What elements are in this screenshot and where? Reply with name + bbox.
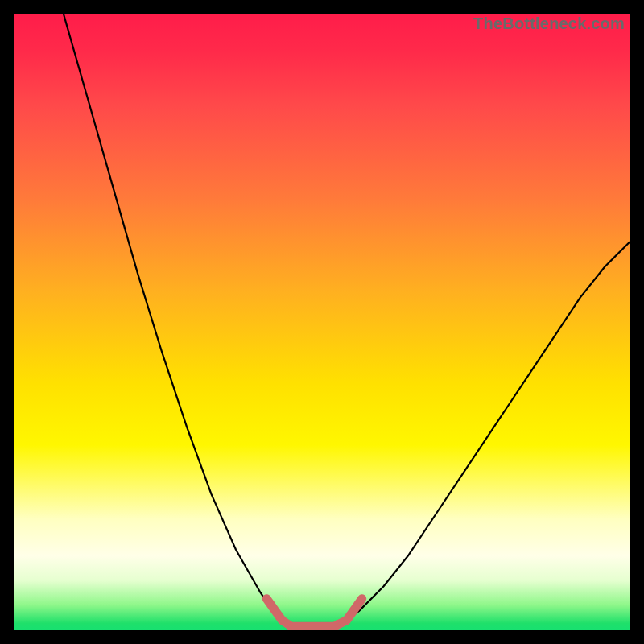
chart-frame: TheBottleneck.com	[0, 0, 644, 644]
left-curve	[64, 14, 282, 621]
plot-area: TheBottleneck.com	[14, 14, 630, 630]
bottom-marker	[266, 599, 362, 626]
curve-overlay	[14, 14, 630, 630]
right-curve	[347, 242, 630, 621]
